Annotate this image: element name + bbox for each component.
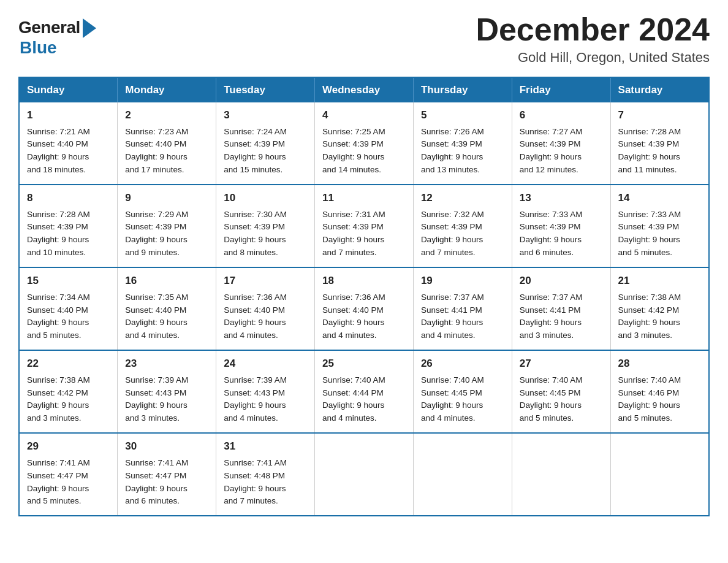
day-number: 13 (520, 190, 604, 206)
calendar-cell (315, 433, 414, 516)
calendar-cell: 14 Sunrise: 7:33 AM Sunset: 4:39 PM Dayl… (610, 185, 709, 267)
day-number: 10 (224, 190, 308, 206)
calendar-cell: 24 Sunrise: 7:39 AM Sunset: 4:43 PM Dayl… (216, 350, 315, 433)
calendar-cell: 8 Sunrise: 7:28 AM Sunset: 4:39 PM Dayli… (19, 185, 118, 267)
calendar-cell: 17 Sunrise: 7:36 AM Sunset: 4:40 PM Dayl… (216, 267, 315, 350)
sunset-label: Sunset: 4:42 PM (618, 305, 680, 315)
sunset-label: Sunset: 4:45 PM (520, 388, 581, 397)
sunset-label: Sunset: 4:40 PM (125, 139, 186, 148)
calendar-cell: 28 Sunrise: 7:40 AM Sunset: 4:46 PM Dayl… (610, 350, 709, 433)
day-number: 25 (322, 356, 407, 372)
day-number: 12 (421, 190, 506, 206)
sunrise-label: Sunrise: 7:25 AM (322, 127, 385, 136)
sunset-label: Sunset: 4:47 PM (125, 471, 186, 480)
sunset-label: Sunset: 4:39 PM (421, 139, 482, 148)
sunrise-label: Sunrise: 7:40 AM (520, 375, 583, 385)
sunset-label: Sunset: 4:39 PM (618, 222, 680, 231)
daylight-label: Daylight: 9 hoursand 7 minutes. (322, 235, 384, 257)
day-number: 7 (618, 107, 702, 123)
sunrise-label: Sunrise: 7:31 AM (322, 210, 385, 219)
sunrise-label: Sunrise: 7:21 AM (27, 127, 90, 136)
location: Gold Hill, Oregon, United States (476, 50, 710, 66)
day-number: 4 (322, 107, 407, 123)
day-number: 18 (322, 273, 407, 289)
logo: General Blue (18, 17, 96, 58)
calendar-cell: 22 Sunrise: 7:38 AM Sunset: 4:42 PM Dayl… (19, 350, 118, 433)
calendar-cell: 15 Sunrise: 7:34 AM Sunset: 4:40 PM Dayl… (19, 267, 118, 350)
sunrise-label: Sunrise: 7:41 AM (125, 458, 188, 467)
daylight-label: Daylight: 9 hoursand 4 minutes. (322, 400, 384, 423)
daylight-label: Daylight: 9 hoursand 4 minutes. (125, 318, 187, 340)
daylight-label: Daylight: 9 hoursand 11 minutes. (618, 152, 680, 174)
sunset-label: Sunset: 4:42 PM (27, 388, 88, 397)
daylight-label: Daylight: 9 hoursand 4 minutes. (224, 318, 286, 340)
sunrise-label: Sunrise: 7:36 AM (322, 293, 385, 302)
month-title: December 2024 (476, 12, 710, 47)
sunset-label: Sunset: 4:39 PM (421, 222, 482, 231)
sunrise-label: Sunrise: 7:41 AM (27, 458, 90, 467)
sunset-label: Sunset: 4:43 PM (224, 388, 285, 397)
sunset-label: Sunset: 4:40 PM (27, 139, 88, 148)
sunset-label: Sunset: 4:40 PM (125, 305, 186, 315)
calendar-week-3: 15 Sunrise: 7:34 AM Sunset: 4:40 PM Dayl… (19, 267, 709, 350)
calendar-cell: 7 Sunrise: 7:28 AM Sunset: 4:39 PM Dayli… (610, 102, 709, 185)
calendar-cell: 4 Sunrise: 7:25 AM Sunset: 4:39 PM Dayli… (315, 102, 414, 185)
calendar-cell: 1 Sunrise: 7:21 AM Sunset: 4:40 PM Dayli… (19, 102, 118, 185)
day-number: 26 (421, 356, 506, 372)
day-number: 11 (322, 190, 407, 206)
sunset-label: Sunset: 4:45 PM (421, 388, 482, 397)
day-header-wednesday: Wednesday (315, 77, 414, 102)
sunset-label: Sunset: 4:46 PM (618, 388, 680, 397)
daylight-label: Daylight: 9 hoursand 5 minutes. (618, 400, 680, 423)
sunrise-label: Sunrise: 7:33 AM (618, 210, 681, 219)
sunrise-label: Sunrise: 7:28 AM (27, 210, 90, 219)
day-header-sunday: Sunday (19, 77, 118, 102)
day-number: 16 (125, 273, 210, 289)
sunset-label: Sunset: 4:39 PM (224, 222, 285, 231)
sunset-label: Sunset: 4:39 PM (125, 222, 186, 231)
daylight-label: Daylight: 9 hoursand 8 minutes. (224, 235, 286, 257)
daylight-label: Daylight: 9 hoursand 17 minutes. (125, 152, 187, 174)
day-number: 8 (27, 190, 111, 206)
daylight-label: Daylight: 9 hoursand 5 minutes. (27, 318, 89, 340)
sunset-label: Sunset: 4:39 PM (520, 139, 581, 148)
calendar-cell (610, 433, 709, 516)
sunset-label: Sunset: 4:40 PM (224, 305, 285, 315)
daylight-label: Daylight: 9 hoursand 4 minutes. (421, 318, 483, 340)
day-number: 1 (27, 107, 111, 123)
sunrise-label: Sunrise: 7:24 AM (224, 127, 287, 136)
sunrise-label: Sunrise: 7:36 AM (224, 293, 287, 302)
calendar-cell: 20 Sunrise: 7:37 AM Sunset: 4:41 PM Dayl… (512, 267, 610, 350)
day-number: 22 (27, 356, 111, 372)
sunset-label: Sunset: 4:40 PM (27, 305, 88, 315)
day-number: 30 (125, 439, 210, 454)
calendar-cell: 5 Sunrise: 7:26 AM Sunset: 4:39 PM Dayli… (413, 102, 512, 185)
daylight-label: Daylight: 9 hoursand 4 minutes. (421, 400, 483, 423)
calendar-cell (512, 433, 610, 516)
day-number: 20 (520, 273, 604, 289)
sunrise-label: Sunrise: 7:28 AM (618, 127, 681, 136)
calendar-cell: 18 Sunrise: 7:36 AM Sunset: 4:40 PM Dayl… (315, 267, 414, 350)
day-number: 3 (224, 107, 308, 123)
day-header-thursday: Thursday (413, 77, 512, 102)
calendar-week-5: 29 Sunrise: 7:41 AM Sunset: 4:47 PM Dayl… (19, 433, 709, 516)
sunset-label: Sunset: 4:39 PM (27, 222, 88, 231)
calendar-cell: 23 Sunrise: 7:39 AM Sunset: 4:43 PM Dayl… (118, 350, 216, 433)
sunset-label: Sunset: 4:41 PM (520, 305, 581, 315)
day-header-saturday: Saturday (610, 77, 709, 102)
logo-arrow-icon (83, 18, 96, 38)
sunset-label: Sunset: 4:48 PM (224, 471, 285, 480)
sunset-label: Sunset: 4:47 PM (27, 471, 88, 480)
calendar-week-4: 22 Sunrise: 7:38 AM Sunset: 4:42 PM Dayl… (19, 350, 709, 433)
day-number: 2 (125, 107, 210, 123)
sunrise-label: Sunrise: 7:35 AM (125, 293, 188, 302)
sunrise-label: Sunrise: 7:37 AM (421, 293, 484, 302)
sunrise-label: Sunrise: 7:38 AM (618, 293, 681, 302)
daylight-label: Daylight: 9 hoursand 3 minutes. (520, 318, 582, 340)
sunrise-label: Sunrise: 7:29 AM (125, 210, 188, 219)
header: General Blue December 2024 Gold Hill, Or… (18, 12, 710, 66)
day-number: 24 (224, 356, 308, 372)
calendar-cell: 3 Sunrise: 7:24 AM Sunset: 4:39 PM Dayli… (216, 102, 315, 185)
calendar-cell: 26 Sunrise: 7:40 AM Sunset: 4:45 PM Dayl… (413, 350, 512, 433)
daylight-label: Daylight: 9 hoursand 7 minutes. (224, 484, 286, 506)
